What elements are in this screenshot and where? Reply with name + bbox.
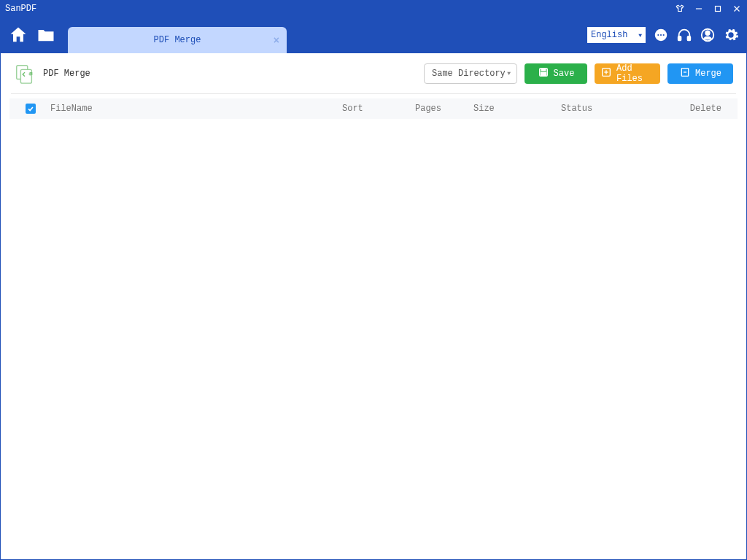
minimize-icon[interactable] <box>694 4 704 14</box>
save-button[interactable]: Save <box>525 63 587 84</box>
svg-point-6 <box>660 34 662 36</box>
toolbar-title: PDF Merge <box>43 69 90 79</box>
directory-label: Same Directory <box>432 69 506 79</box>
tab-label: PDF Merge <box>154 35 201 45</box>
toolbar-left: + PDF Merge <box>14 63 90 85</box>
app-window: SanPDF PDF Merge <box>0 0 747 560</box>
select-all-checkbox[interactable] <box>26 104 36 114</box>
language-select[interactable]: English <box>587 27 646 43</box>
toolbar: + PDF Merge Same Directory Save Add File… <box>1 53 746 93</box>
maximize-icon[interactable] <box>713 4 723 14</box>
merge-doc-icon <box>679 66 691 81</box>
home-icon[interactable] <box>8 25 28 45</box>
column-filename: FileName <box>50 104 342 114</box>
close-icon[interactable] <box>732 4 742 14</box>
chat-icon[interactable] <box>653 27 669 43</box>
tshirt-icon[interactable] <box>675 4 685 14</box>
gear-icon[interactable] <box>723 27 739 43</box>
column-delete: Delete <box>663 104 721 114</box>
header: PDF Merge × English <box>1 17 746 53</box>
svg-rect-9 <box>688 36 691 41</box>
svg-point-5 <box>657 34 659 36</box>
directory-select[interactable]: Same Directory <box>424 63 517 84</box>
svg-rect-8 <box>678 36 681 41</box>
select-all-cell <box>26 104 50 114</box>
table-header: FileName Sort Pages Size Status Delete <box>9 98 738 119</box>
svg-rect-17 <box>541 68 545 70</box>
column-sort: Sort <box>342 104 415 114</box>
column-size: Size <box>473 104 561 114</box>
svg-point-7 <box>663 34 665 36</box>
svg-point-11 <box>705 31 710 36</box>
titlebar-left: SanPDF <box>5 4 36 14</box>
merge-label: Merge <box>695 69 721 79</box>
language-label: English <box>591 30 627 40</box>
tab-pdf-merge[interactable]: PDF Merge × <box>68 27 287 53</box>
app-title: SanPDF <box>5 4 36 14</box>
header-right: English <box>587 27 739 43</box>
plus-square-icon <box>600 66 612 81</box>
user-icon[interactable] <box>700 27 716 43</box>
add-files-label: Add Files <box>616 63 654 84</box>
toolbar-right: Same Directory Save Add Files Merge <box>424 63 733 84</box>
pdf-merge-icon: + <box>14 63 36 85</box>
headphones-icon[interactable] <box>676 27 692 43</box>
svg-rect-18 <box>541 72 546 75</box>
titlebar: SanPDF <box>1 1 746 17</box>
column-pages: Pages <box>415 104 473 114</box>
save-disk-icon <box>538 66 549 81</box>
merge-button[interactable]: Merge <box>667 63 733 84</box>
separator <box>11 93 736 94</box>
folder-icon[interactable] <box>36 25 56 45</box>
header-left: PDF Merge × <box>8 17 287 53</box>
svg-text:+: + <box>29 71 31 75</box>
tab-close-icon[interactable]: × <box>274 34 279 46</box>
titlebar-right <box>675 4 742 14</box>
save-label: Save <box>554 69 575 79</box>
empty-content <box>9 119 738 551</box>
svg-rect-1 <box>716 7 721 12</box>
add-files-button[interactable]: Add Files <box>595 63 660 84</box>
column-status: Status <box>561 104 663 114</box>
